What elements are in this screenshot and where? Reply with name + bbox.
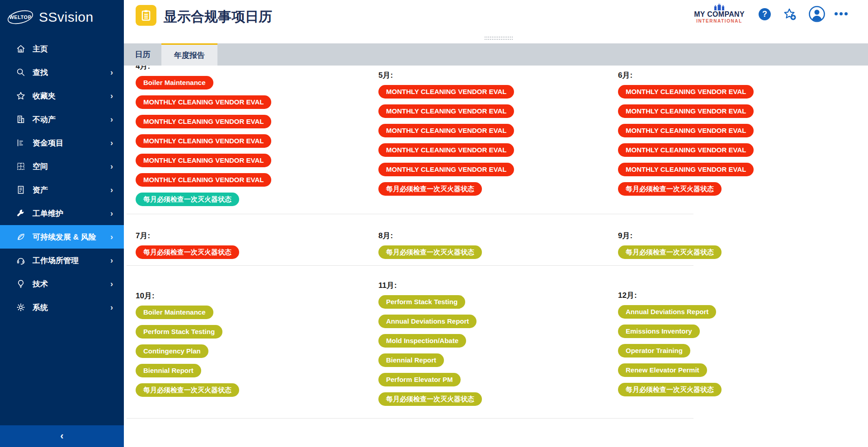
month-column-may: 5月:MONTHLY CLEANING VENDOR EVALMONTHLY C… (378, 70, 613, 202)
sidebar-item-technology[interactable]: 技术› (0, 272, 124, 296)
tab-bar: 日历 年度报告 (124, 43, 868, 66)
compliance-event-pill[interactable]: 每月必须检查一次灭火器状态 (136, 383, 239, 397)
compliance-event-pill[interactable]: MONTHLY CLEANING VENDOR EVAL (136, 115, 271, 128)
compliance-event-pill[interactable]: Boiler Maintenance (136, 76, 213, 89)
chevron-left-icon: ‹ (60, 431, 63, 441)
compliance-event-pill[interactable]: 每月必须检查一次灭火器状态 (618, 182, 722, 196)
sidebar-item-system[interactable]: 系统› (0, 296, 124, 319)
chevron-right-icon: › (110, 303, 113, 312)
tab-annual-report[interactable]: 年度报告 (161, 43, 217, 66)
compliance-event-pill[interactable]: MONTHLY CLEANING VENDOR EVAL (618, 163, 754, 176)
compliance-event-pill[interactable]: 每月必须检查一次灭火器状态 (136, 193, 239, 206)
sidebar-item-sustainability[interactable]: 可持续发展 & 风险› (0, 225, 124, 249)
sidebar-item-real-estate[interactable]: 不动产› (0, 108, 124, 131)
compliance-event-pill[interactable]: MONTHLY CLEANING VENDOR EVAL (136, 173, 271, 187)
compliance-event-pill[interactable]: Perform Elevator PM (378, 373, 461, 386)
compliance-event-pill[interactable]: MONTHLY CLEANING VENDOR EVAL (618, 85, 754, 99)
compliance-event-pill[interactable]: Mold Inspection/Abate (378, 334, 466, 348)
compliance-event-pill[interactable]: Operator Training (618, 344, 690, 358)
sidebar-collapse-button[interactable]: ‹ (0, 425, 124, 447)
sidebar-item-workplace[interactable]: 工作场所管理› (0, 249, 124, 272)
month-column-jul: 7月:每月必须检查一次灭火器状态 (136, 231, 371, 265)
question-mark-icon: ? (762, 9, 767, 19)
compliance-event-pill[interactable]: 每月必须检查一次灭火器状态 (618, 245, 722, 259)
compliance-event-pill[interactable]: Renew Elevator Permit (618, 363, 707, 377)
month-column-apr: 4月:Boiler MaintenanceMONTHLY CLEANING VE… (136, 66, 371, 212)
compliance-event-pill[interactable]: MONTHLY CLEANING VENDOR EVAL (136, 95, 271, 109)
company-logo: MY COMPANY INTERNATIONAL (690, 3, 749, 24)
sidebar-item-work-order[interactable]: 工单维护› (0, 202, 124, 225)
chevron-right-icon: › (110, 279, 113, 289)
month-label: 10月: (136, 291, 371, 302)
sidebar-item-home[interactable]: 主页 (0, 37, 124, 61)
document-icon (15, 184, 26, 195)
sidebar-item-label: 不动产 (33, 114, 56, 125)
star-icon (15, 90, 26, 101)
compliance-event-pill[interactable]: MONTHLY CLEANING VENDOR EVAL (378, 85, 514, 99)
more-options-button[interactable] (835, 12, 848, 15)
month-label: 5月: (378, 70, 613, 82)
user-avatar-button[interactable] (808, 5, 826, 24)
compliance-event-pill[interactable]: Biennial Report (378, 353, 444, 367)
sidebar-item-label: 系统 (33, 302, 48, 313)
compliance-event-pill[interactable]: MONTHLY CLEANING VENDOR EVAL (136, 134, 271, 148)
sidebar-item-label: 收藏夹 (33, 91, 56, 101)
clipboard-icon (136, 5, 156, 26)
ellipsis-icon (835, 12, 838, 15)
month-column-dec: 12月:Annual Deviations ReportEmissions In… (618, 290, 853, 402)
chevron-right-icon: › (110, 138, 113, 148)
compliance-event-pill[interactable]: 每月必须检查一次灭火器状态 (378, 182, 482, 196)
compliance-event-pill[interactable]: 每月必须检查一次灭火器状态 (378, 245, 482, 259)
compliance-event-pill[interactable]: Perform Stack Testing (378, 295, 465, 309)
compliance-event-pill[interactable]: Biennial Report (136, 364, 201, 377)
compliance-event-pill[interactable]: MONTHLY CLEANING VENDOR EVAL (618, 124, 754, 137)
compliance-event-pill[interactable]: MONTHLY CLEANING VENDOR EVAL (136, 154, 271, 167)
compliance-event-pill[interactable]: Emissions Inventory (618, 325, 700, 338)
chevron-right-icon: › (110, 185, 113, 195)
search-icon (15, 67, 26, 78)
sidebar-item-favorites[interactable]: 收藏夹› (0, 84, 124, 108)
compliance-event-pill[interactable]: Boiler Maintenance (136, 306, 213, 319)
compliance-event-pill[interactable]: Contingency Plan (136, 344, 208, 358)
home-icon (15, 43, 26, 54)
month-label: 11月: (378, 280, 613, 292)
compliance-event-pill[interactable]: 每月必须检查一次灭火器状态 (618, 383, 722, 396)
compliance-event-pill[interactable]: Annual Deviations Report (618, 305, 716, 319)
list-icon (15, 137, 26, 148)
page-header: 显示合规事项日历 MY COMPANY INTERNATIONAL (124, 0, 868, 43)
month-label: 9月: (618, 231, 853, 242)
sidebar-item-assets[interactable]: 资产› (0, 178, 124, 202)
compliance-event-pill[interactable]: Perform Stack Testing (136, 325, 222, 339)
company-name-text: MY COMPANY (690, 10, 749, 19)
sidebar-item-label: 工单维护 (33, 208, 63, 219)
compliance-event-pill[interactable]: MONTHLY CLEANING VENDOR EVAL (378, 143, 514, 157)
compliance-event-pill[interactable]: MONTHLY CLEANING VENDOR EVAL (618, 143, 754, 157)
compliance-event-pill[interactable]: MONTHLY CLEANING VENDOR EVAL (378, 163, 514, 176)
main-area: 显示合规事项日历 MY COMPANY INTERNATIONAL (124, 0, 868, 447)
wrench-icon (15, 208, 26, 219)
sidebar-item-space[interactable]: 空间› (0, 155, 124, 178)
page-title: 显示合规事项日历 (164, 8, 272, 26)
sidebar: WELTOP SSvision 主页查找›收藏夹›不动产›资金项目›空间›资产›… (0, 0, 124, 447)
compliance-event-pill[interactable]: MONTHLY CLEANING VENDOR EVAL (378, 104, 514, 118)
chevron-right-icon: › (110, 256, 113, 265)
bulb-icon (15, 278, 26, 289)
row-separator (127, 265, 693, 266)
sidebar-item-search[interactable]: 查找› (0, 61, 124, 84)
compliance-event-pill[interactable]: MONTHLY CLEANING VENDOR EVAL (618, 104, 754, 118)
compliance-event-pill[interactable]: 每月必须检查一次灭火器状态 (136, 245, 239, 259)
month-label: 12月: (618, 290, 853, 302)
tab-calendar[interactable]: 日历 (124, 43, 161, 66)
sidebar-item-label: 查找 (33, 67, 48, 78)
compliance-event-pill[interactable]: MONTHLY CLEANING VENDOR EVAL (378, 124, 514, 137)
sidebar-item-label: 资产 (33, 185, 48, 195)
month-column-jun: 6月:MONTHLY CLEANING VENDOR EVALMONTHLY C… (618, 70, 853, 202)
annual-report-content: 4月:Boiler MaintenanceMONTHLY CLEANING VE… (124, 66, 868, 447)
add-favorite-button[interactable] (782, 7, 797, 24)
compliance-event-pill[interactable]: 每月必须检查一次灭火器状态 (378, 392, 482, 406)
compliance-event-pill[interactable]: Annual Deviations Report (378, 315, 476, 328)
sidebar-item-capital-projects[interactable]: 资金项目› (0, 131, 124, 155)
chevron-right-icon: › (110, 232, 113, 242)
help-button[interactable]: ? (759, 8, 771, 20)
drag-handle-dots[interactable] (485, 37, 513, 41)
